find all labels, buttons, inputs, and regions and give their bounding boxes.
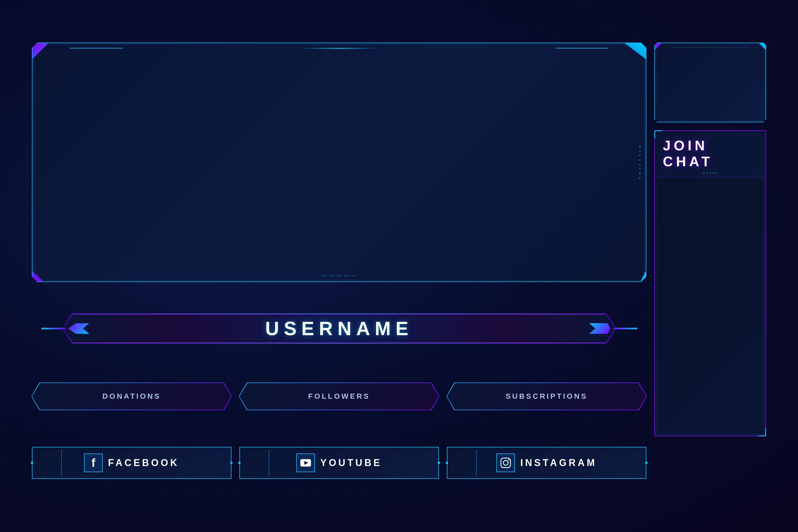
side-dot — [639, 159, 641, 161]
username-text: USERNAME — [265, 318, 413, 339]
bottom-dash — [337, 276, 342, 276]
svg-point-4 — [508, 459, 509, 461]
top-bar-center — [299, 48, 379, 49]
bottom-dash — [329, 276, 334, 276]
side-dot — [639, 168, 641, 170]
stat-label-subscriptions: SUBSCRIPTIONS — [506, 392, 588, 401]
layout: USERNAME DONATIONS FOLLOWERS SUBSCRIPTIO… — [32, 42, 766, 506]
facebook-icon: f — [92, 456, 95, 470]
corner-tr-decoration — [614, 43, 646, 75]
bottom-dashes — [322, 276, 357, 276]
side-dot — [639, 164, 641, 165]
youtube-icon — [300, 459, 311, 467]
social-card-facebook[interactable]: f FACEBOOK — [32, 447, 231, 479]
social-dot-left — [31, 462, 33, 464]
top-bar-right — [555, 48, 609, 49]
facebook-label: FACEBOOK — [108, 457, 179, 469]
stat-label-followers: FOLLOWERS — [308, 392, 370, 401]
webcam-corner-tl — [655, 43, 668, 56]
stat-label-donations: DONATIONS — [102, 392, 161, 401]
social-divider — [61, 450, 62, 476]
chat-dots — [703, 173, 717, 173]
chat-panel: JOIN CHAT — [654, 130, 766, 436]
bottom-dash — [344, 276, 349, 276]
instagram-icon — [500, 457, 512, 469]
social-dot-right — [438, 462, 440, 464]
username-left-accent — [41, 328, 65, 329]
social-row: f FACEBOOK YOUTUBE — [32, 447, 646, 479]
chat-dot — [712, 173, 714, 173]
username-bar: USERNAME — [63, 314, 616, 343]
chat-title: JOIN CHAT — [663, 137, 758, 169]
webcam-panel — [654, 42, 766, 122]
chat-border-br — [758, 428, 766, 436]
right-column: JOIN CHAT — [654, 42, 766, 436]
social-card-instagram[interactable]: INSTAGRAM — [447, 447, 646, 479]
svg-point-3 — [503, 460, 508, 465]
social-divider — [476, 450, 477, 476]
main-frame — [32, 42, 646, 282]
stat-card-subscriptions: SUBSCRIPTIONS — [447, 383, 646, 410]
corner-tl-decoration — [33, 43, 64, 75]
social-card-youtube[interactable]: YOUTUBE — [240, 447, 439, 479]
social-divider — [269, 450, 269, 476]
chat-dot — [716, 173, 717, 173]
social-dot-right — [645, 462, 647, 464]
instagram-icon-box — [496, 454, 515, 472]
instagram-label: INSTAGRAM — [520, 457, 597, 469]
side-dot — [639, 146, 641, 147]
social-dot-right — [230, 462, 232, 464]
social-dot-left — [446, 462, 448, 464]
top-bar-left — [70, 48, 123, 49]
username-row: USERNAME — [32, 311, 646, 346]
webcam-corner-tr — [752, 43, 765, 56]
side-dot — [639, 150, 641, 152]
bottom-dash — [352, 276, 357, 276]
youtube-label: YOUTUBE — [320, 457, 382, 469]
chat-header: JOIN CHAT — [655, 131, 765, 176]
chat-dot — [709, 173, 711, 173]
side-dot — [639, 155, 641, 156]
chat-body — [658, 179, 763, 433]
corner-br-decoration — [625, 260, 646, 281]
social-dot-left — [238, 462, 241, 464]
side-dot — [639, 177, 641, 179]
corner-bl-decoration — [33, 260, 54, 281]
username-right-accent — [613, 328, 637, 329]
stat-card-donations: DONATIONS — [32, 383, 231, 410]
side-dot — [639, 173, 641, 174]
facebook-icon-box: f — [84, 454, 103, 472]
side-dots — [639, 146, 641, 179]
bottom-dash — [322, 276, 327, 276]
chat-dot — [703, 173, 705, 173]
webcam-inner-line — [671, 47, 749, 48]
stat-card-followers: FOLLOWERS — [240, 383, 439, 410]
stats-row: DONATIONS FOLLOWERS SUBSCRIPTIONS — [32, 383, 646, 410]
chat-dot — [706, 173, 708, 173]
main-video-panel — [32, 42, 646, 282]
youtube-icon-box — [296, 454, 315, 472]
